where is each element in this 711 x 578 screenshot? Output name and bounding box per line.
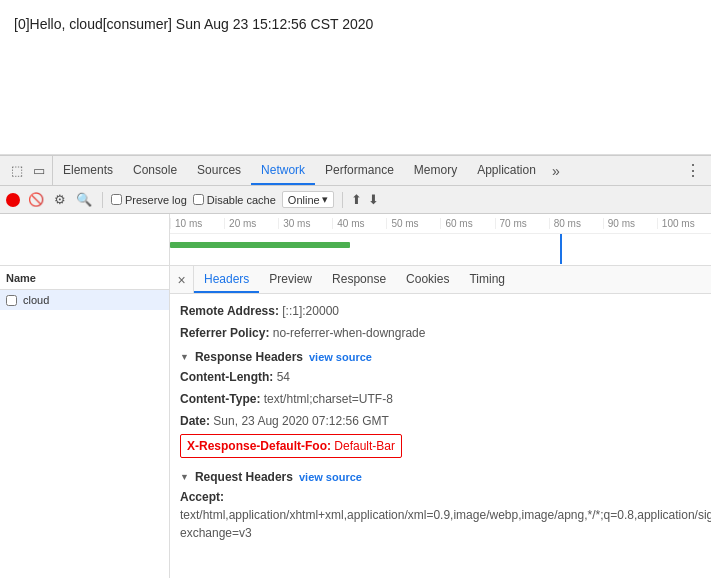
browser-page: [0]Hello, cloud[consumer] Sun Aug 23 15:…	[0, 0, 711, 155]
details-content: Remote Address: [::1]:20000 Referrer Pol…	[170, 294, 711, 578]
tab-overflow-btn[interactable]: »	[546, 163, 566, 179]
network-item-cloud[interactable]: cloud	[0, 290, 169, 310]
details-panel: × Headers Preview Response Cookies Timin…	[170, 266, 711, 578]
devtools-tab-bar: ⬚ ▭ Elements Console Sources Network Per…	[0, 156, 711, 186]
details-tab-timing[interactable]: Timing	[459, 266, 515, 293]
preserve-log-label[interactable]: Preserve log	[111, 194, 187, 206]
remote-address-val: [::1]:20000	[282, 304, 339, 318]
network-list-panel: Name cloud	[0, 266, 170, 578]
content-type-val: text/html;charset=UTF-8	[264, 392, 393, 406]
referrer-policy-line: Referrer Policy: no-referrer-when-downgr…	[180, 324, 701, 342]
timeline-name-col	[0, 214, 170, 265]
accept-line: Accept: text/html,application/xhtml+xml,…	[180, 488, 701, 542]
details-tab-headers[interactable]: Headers	[194, 266, 259, 293]
tick-20ms: 20 ms	[224, 218, 278, 229]
content-length-line: Content-Length: 54	[180, 368, 701, 386]
clear-button[interactable]: 🚫	[26, 190, 46, 209]
tick-80ms: 80 ms	[549, 218, 603, 229]
referrer-policy-val: no-referrer-when-downgrade	[273, 326, 426, 340]
date-val: Sun, 23 Aug 2020 07:12:56 GMT	[213, 414, 388, 428]
tick-70ms: 70 ms	[495, 218, 549, 229]
request-headers-view-source[interactable]: view source	[299, 471, 362, 483]
item-name-cloud: cloud	[23, 294, 49, 306]
tab-network[interactable]: Network	[251, 156, 315, 185]
devtools-panel: ⬚ ▭ Elements Console Sources Network Per…	[0, 155, 711, 578]
tick-60ms: 60 ms	[440, 218, 494, 229]
accept-val: text/html,application/xhtml+xml,applicat…	[180, 508, 711, 540]
throttle-select[interactable]: Online ▾	[282, 191, 334, 208]
device-icon[interactable]: ▭	[30, 162, 48, 180]
tab-sources[interactable]: Sources	[187, 156, 251, 185]
tick-90ms: 90 ms	[603, 218, 657, 229]
tick-40ms: 40 ms	[332, 218, 386, 229]
request-headers-section: Request Headers view source	[180, 470, 701, 484]
tab-console[interactable]: Console	[123, 156, 187, 185]
item-checkbox[interactable]	[6, 295, 17, 306]
referrer-policy-key: Referrer Policy:	[180, 326, 269, 340]
request-headers-label: Request Headers	[195, 470, 293, 484]
remote-address-key: Remote Address:	[180, 304, 279, 318]
cursor-icon[interactable]: ⬚	[8, 162, 26, 180]
preserve-log-checkbox[interactable]	[111, 194, 122, 205]
x-response-highlighted: X-Response-Default-Foo: Default-Bar	[180, 434, 402, 458]
page-title: [0]Hello, cloud[consumer] Sun Aug 23 15:…	[14, 16, 373, 32]
content-length-key: Content-Length:	[180, 370, 273, 384]
date-line: Date: Sun, 23 Aug 2020 07:12:56 GMT	[180, 412, 701, 430]
devtools-icon-group: ⬚ ▭	[4, 156, 53, 185]
tick-100ms: 100 ms	[657, 218, 711, 229]
timeline-ticks: 10 ms 20 ms 30 ms 40 ms 50 ms 60 ms 70 m…	[170, 214, 711, 234]
more-options-icon[interactable]: ⋮	[679, 161, 707, 180]
details-tab-response[interactable]: Response	[322, 266, 396, 293]
disable-cache-label[interactable]: Disable cache	[193, 194, 276, 206]
timeline-graph: 10 ms 20 ms 30 ms 40 ms 50 ms 60 ms 70 m…	[170, 214, 711, 265]
timeline-cursor-line	[560, 234, 562, 264]
timeline-row: 10 ms 20 ms 30 ms 40 ms 50 ms 60 ms 70 m…	[0, 214, 711, 266]
tick-50ms: 50 ms	[386, 218, 440, 229]
tick-30ms: 30 ms	[278, 218, 332, 229]
details-close-button[interactable]: ×	[170, 266, 194, 293]
timeline-request-bar	[170, 242, 350, 248]
response-headers-section: Response Headers view source	[180, 350, 701, 364]
network-toolbar: 🚫 ⚙ 🔍 Preserve log Disable cache Online …	[0, 186, 711, 214]
filter-button[interactable]: ⚙	[52, 190, 68, 209]
tab-performance[interactable]: Performance	[315, 156, 404, 185]
content-length-val: 54	[277, 370, 290, 384]
timeline-bars	[170, 234, 711, 264]
x-response-line: X-Response-Default-Foo: Default-Bar	[180, 434, 701, 462]
response-headers-view-source[interactable]: view source	[309, 351, 372, 363]
remote-address-line: Remote Address: [::1]:20000	[180, 302, 701, 320]
search-button[interactable]: 🔍	[74, 190, 94, 209]
export-har-button[interactable]: ⬇	[368, 192, 379, 207]
details-tab-preview[interactable]: Preview	[259, 266, 322, 293]
x-response-val: Default-Bar	[334, 439, 395, 453]
main-content: Name cloud × Headers Preview Response Co…	[0, 266, 711, 578]
tab-application[interactable]: Application	[467, 156, 546, 185]
x-response-key: X-Response-Default-Foo:	[187, 439, 331, 453]
tab-memory[interactable]: Memory	[404, 156, 467, 185]
name-column-header: Name	[0, 266, 169, 290]
accept-key: Accept:	[180, 490, 224, 504]
response-headers-label: Response Headers	[195, 350, 303, 364]
close-icon: ×	[177, 272, 185, 288]
toolbar-separator-1	[102, 192, 103, 208]
tab-elements[interactable]: Elements	[53, 156, 123, 185]
date-key: Date:	[180, 414, 210, 428]
chevron-down-icon: ▾	[322, 193, 328, 206]
record-button[interactable]	[6, 193, 20, 207]
import-har-button[interactable]: ⬆	[351, 192, 362, 207]
details-tab-bar: × Headers Preview Response Cookies Timin…	[170, 266, 711, 294]
toolbar-separator-2	[342, 192, 343, 208]
details-tab-cookies[interactable]: Cookies	[396, 266, 459, 293]
tick-10ms: 10 ms	[170, 218, 224, 229]
content-type-line: Content-Type: text/html;charset=UTF-8	[180, 390, 701, 408]
content-type-key: Content-Type:	[180, 392, 260, 406]
disable-cache-checkbox[interactable]	[193, 194, 204, 205]
